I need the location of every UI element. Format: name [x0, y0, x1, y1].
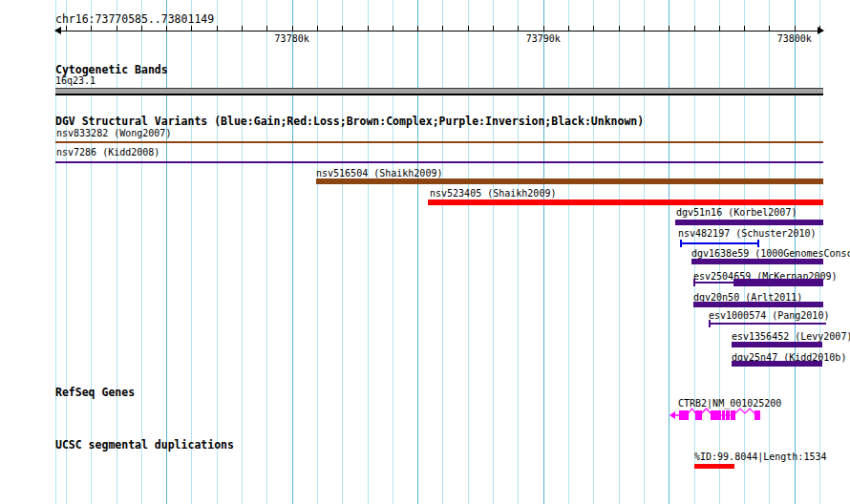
ruler-tick [66, 26, 67, 31]
exon-box[interactable] [695, 410, 702, 420]
ruler-tick [819, 26, 820, 31]
ruler-arrow-left-icon [54, 27, 61, 34]
genome-browser-view: chr16:73770585..73801149 73780k73790k738… [0, 0, 850, 504]
segdup-heading: UCSC segmental duplications [55, 439, 234, 451]
refseq-genes-heading: RefSeq Genes [55, 387, 135, 398]
ruler-tick [292, 26, 293, 31]
ruler-tick [694, 26, 695, 31]
intron-line [702, 409, 711, 413]
cytoband-bar[interactable] [55, 88, 823, 95]
ruler-tick [217, 26, 218, 31]
variant-bar[interactable] [55, 161, 823, 163]
ruler-tick [593, 26, 594, 31]
variant-label[interactable]: esv1000574 (Pang2010) [709, 310, 829, 321]
grid-line-major [669, 0, 669, 504]
intron-line [689, 409, 695, 413]
ruler-tick [543, 26, 544, 31]
variant-bar[interactable] [732, 361, 822, 367]
cytogenetic-bands-heading: Cytogenetic Bands [55, 64, 168, 75]
variant-label[interactable]: nsv7286 (Kidd2008) [56, 147, 159, 158]
segdup-bar[interactable] [694, 464, 734, 469]
variant-label[interactable]: dgv1638e59 (1000GenomesConsc [691, 248, 850, 259]
variant-label[interactable]: nsv516504 (Shaikh2009) [316, 168, 442, 178]
grid-line [619, 0, 620, 504]
grid-line-major [417, 0, 418, 504]
grid-line [442, 0, 443, 504]
exon-box[interactable] [722, 410, 725, 420]
ruler-tick [417, 26, 418, 31]
ruler-tick [795, 26, 796, 31]
grid-line [266, 0, 267, 504]
variant-bar[interactable] [55, 141, 823, 143]
variant-bar[interactable] [732, 342, 822, 347]
grid-line [393, 0, 393, 504]
ruler-tick [317, 26, 318, 31]
grid-line-major [543, 0, 544, 504]
ruler-tick [368, 26, 369, 31]
exon-box[interactable] [726, 410, 730, 420]
ruler-tick [242, 26, 243, 31]
ruler-tick [166, 26, 167, 31]
ruler-tick [619, 26, 620, 31]
variant-bar[interactable] [680, 242, 759, 244]
ruler-tick [141, 26, 142, 31]
variant-label[interactable]: nsv833282 (Wong2007) [56, 128, 171, 138]
variant-bar[interactable] [733, 279, 823, 286]
ruler-tick [468, 26, 469, 31]
variant-bar[interactable] [428, 200, 823, 205]
exon-box[interactable] [731, 410, 735, 420]
variant-bar[interactable] [695, 282, 733, 284]
ruler-tick [91, 26, 92, 31]
dgv-variants-heading: DGV Structural Variants (Blue:Gain;Red:L… [55, 116, 644, 127]
ruler-tick [568, 26, 569, 31]
exon-box[interactable] [754, 410, 760, 420]
ruler-tick [393, 26, 393, 31]
variant-bar[interactable] [675, 220, 823, 225]
grid-line [342, 0, 343, 504]
ruler-tick [342, 26, 343, 31]
intron-line [735, 409, 754, 413]
ruler-tick-label: 73800k [777, 33, 812, 44]
grid-line [468, 0, 469, 504]
variant-label[interactable]: nsv482197 (Schuster2010) [678, 228, 817, 239]
grid-line [518, 0, 519, 504]
grid-line [317, 0, 318, 504]
variant-label[interactable]: nsv523405 (Shaikh2009) [430, 188, 556, 199]
gene-glyph[interactable] [665, 408, 764, 422]
variant-bar[interactable] [316, 178, 823, 184]
ruler-axis-line [55, 31, 823, 32]
cytoband-name-label: 16q23.1 [55, 75, 96, 86]
grid-line [242, 0, 243, 504]
exon-box[interactable] [679, 410, 689, 420]
ruler-tick [191, 26, 192, 31]
ruler-tick [117, 26, 117, 31]
variant-bar[interactable] [757, 240, 759, 247]
ruler-tick [493, 26, 494, 31]
grid-line [568, 0, 569, 504]
grid-line [217, 0, 218, 504]
grid-line [493, 0, 494, 504]
variant-label[interactable]: esv1356452 (Levy2007) [732, 331, 850, 342]
ruler-tick [669, 26, 669, 31]
variant-bar[interactable] [691, 259, 823, 264]
ruler-tick [518, 26, 519, 31]
grid-line [593, 0, 594, 504]
grid-line [644, 0, 645, 504]
grid-line-major [292, 0, 293, 504]
variant-label[interactable]: dgv51n16 (Korbel2007) [676, 207, 797, 218]
variant-bar[interactable] [680, 240, 682, 247]
variant-bar[interactable] [711, 323, 826, 325]
region-coordinates-label: chr16:73770585..73801149 [55, 13, 214, 25]
ruler-tick-label: 73780k [275, 33, 309, 44]
ruler-tick [442, 26, 443, 31]
segdup-stats-label[interactable]: %ID:99.8044|Length:1534 [694, 452, 826, 462]
ruler-tick [744, 26, 745, 31]
ruler-tick [266, 26, 267, 31]
variant-bar[interactable] [693, 302, 823, 307]
ruler-tick-label: 73790k [526, 33, 561, 44]
ruler-tick [769, 26, 770, 31]
grid-line [191, 0, 192, 504]
exon-box[interactable] [711, 410, 721, 420]
ruler-tick [719, 26, 720, 31]
ruler-tick [644, 26, 645, 31]
